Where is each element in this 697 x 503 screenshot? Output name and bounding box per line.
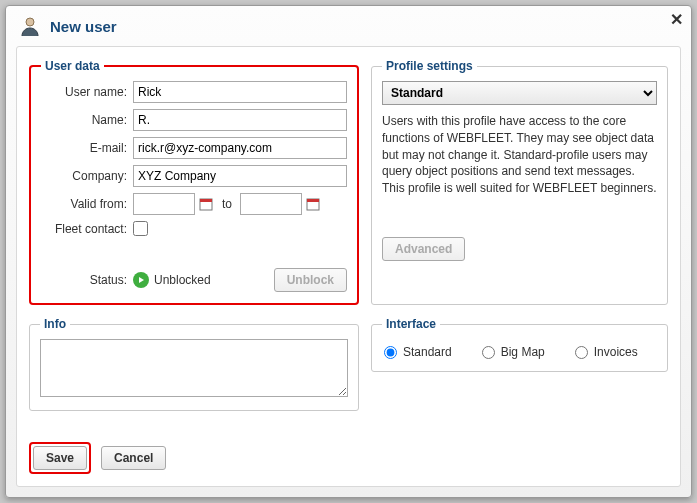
interface-fieldset: Interface Standard Big Map Invoices [371,317,668,372]
company-input[interactable] [133,165,347,187]
title-bar: New user ✕ [6,6,691,42]
calendar-icon[interactable] [198,196,214,212]
status-label: Status: [41,273,133,287]
user-data-legend: User data [41,59,104,73]
dialog-title: New user [50,18,117,35]
interface-label: Invoices [594,345,638,359]
svg-rect-2 [200,199,212,202]
close-icon[interactable]: ✕ [670,10,683,29]
username-label: User name: [41,85,133,99]
profile-legend: Profile settings [382,59,477,73]
dialog-window: New user ✕ User data User name: Name: [5,5,692,498]
profile-description: Users with this profile have access to t… [382,113,657,197]
calendar-icon[interactable] [305,196,321,212]
fleet-contact-label: Fleet contact: [41,222,133,236]
to-label: to [222,197,232,211]
fleet-contact-checkbox[interactable] [133,221,148,236]
info-textarea[interactable] [40,339,348,397]
svg-rect-6 [307,199,319,202]
interface-option-bigmap[interactable]: Big Map [482,345,545,359]
unblock-button[interactable]: Unblock [274,268,347,292]
email-label: E-mail: [41,141,133,155]
save-button[interactable]: Save [33,446,87,470]
profile-select[interactable]: Standard [382,81,657,105]
interface-option-standard[interactable]: Standard [384,345,452,359]
profile-fieldset: Profile settings Standard Users with thi… [371,59,668,305]
company-label: Company: [41,169,133,183]
radio-invoices[interactable] [575,346,588,359]
valid-from-input[interactable] [133,193,195,215]
radio-standard[interactable] [384,346,397,359]
user-data-fieldset: User data User name: Name: E-mail: [29,59,359,305]
email-input[interactable] [133,137,347,159]
interface-label: Big Map [501,345,545,359]
user-icon [18,14,42,38]
advanced-button[interactable]: Advanced [382,237,465,261]
valid-from-label: Valid from: [41,197,133,211]
info-legend: Info [40,317,70,331]
play-icon [133,272,149,288]
interface-legend: Interface [382,317,440,331]
interface-option-invoices[interactable]: Invoices [575,345,638,359]
info-fieldset: Info [29,317,359,411]
radio-bigmap[interactable] [482,346,495,359]
content-panel: User data User name: Name: E-mail: [16,46,681,487]
valid-to-input[interactable] [240,193,302,215]
status-text: Unblocked [154,273,211,287]
name-input[interactable] [133,109,347,131]
button-bar: Save Cancel [29,432,668,474]
svg-point-0 [26,18,34,26]
username-input[interactable] [133,81,347,103]
interface-label: Standard [403,345,452,359]
name-label: Name: [41,113,133,127]
cancel-button[interactable]: Cancel [101,446,166,470]
save-highlight: Save [29,442,91,474]
